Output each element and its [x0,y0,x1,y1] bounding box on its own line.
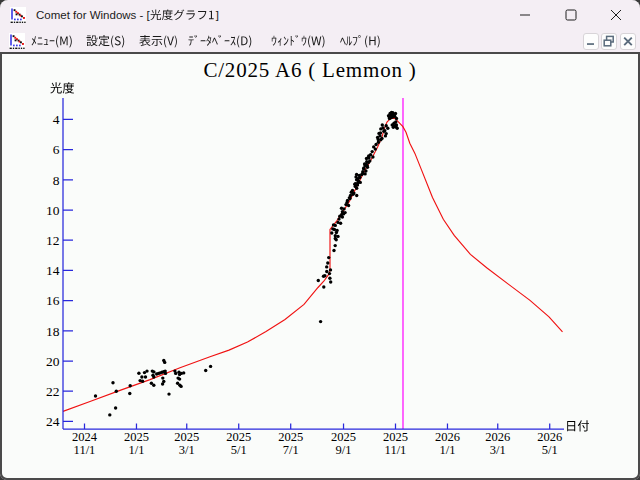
observation-point [129,384,132,387]
observation-point [367,156,370,159]
observation-point [140,375,143,378]
y-tick-label: 24 [46,414,60,429]
observation-point [347,204,350,207]
observation-point [322,285,325,288]
observation-point [167,392,170,395]
observation-point [339,222,342,225]
observation-point [381,123,384,126]
observation-point [108,413,111,416]
axis-tick-labels: 4681012141618202224202411/120251/120253/… [46,112,562,456]
observation-point [329,268,332,271]
observation-point [152,370,155,373]
observation-points [94,111,399,417]
observation-point [371,150,374,153]
observation-point [377,138,380,141]
y-tick-label: 22 [46,384,60,399]
light-curve-chart: 4681012141618202224202411/120251/120253/… [0,0,640,480]
x-tick-date: 1/1 [128,443,144,457]
observation-point [358,176,361,179]
observation-point [328,277,331,280]
observation-point [335,238,338,241]
x-tick-date: 5/1 [542,443,558,457]
observation-point [334,224,337,227]
observation-point [94,394,97,397]
observation-point [360,173,363,176]
observation-point [332,249,335,252]
y-tick-label: 18 [46,324,60,339]
observation-point [179,385,182,388]
observation-point [328,272,331,275]
y-tick-label: 8 [53,173,60,188]
observation-point [174,372,177,375]
observation-point [141,380,144,383]
observation-point [374,147,377,150]
observation-point [368,159,371,162]
y-tick-label: 20 [46,354,60,369]
y-tick-label: 4 [53,112,60,127]
x-tick-date: 3/1 [179,443,195,457]
observation-point [394,120,397,123]
observation-point [351,189,354,192]
observation-point [366,166,369,169]
y-axis-label [50,82,74,93]
y-tick-label: 12 [46,233,60,248]
x-tick-date: 11/1 [74,443,96,457]
observation-point [326,261,329,264]
observation-point [145,369,148,372]
observation-point [340,213,343,216]
observation-point [152,375,155,378]
observation-point [336,235,339,238]
axes [63,98,564,429]
observation-point [371,155,374,158]
observation-point [161,376,164,379]
observation-point [380,137,383,140]
observation-point [385,132,388,135]
observation-point [128,392,131,395]
observation-point [348,197,351,200]
observation-point [364,169,367,172]
x-tick-date: 5/1 [231,443,247,457]
observation-point [178,377,181,380]
observation-point [327,256,330,259]
observation-point [395,117,398,120]
app-window: 4681012141618202224202411/120251/120253/… [0,0,640,480]
observation-point [204,369,207,372]
chart-title: C/2025 A6 ( Lemmon ) [203,58,416,82]
x-tick-date: 9/1 [336,443,352,457]
observation-point [329,280,332,283]
model-curve [63,118,563,411]
observation-point [379,131,382,134]
observation-point [209,365,212,368]
observation-point [111,381,114,384]
observation-point [325,270,328,273]
observation-point [162,380,165,383]
observation-point [325,265,328,268]
observation-point [386,127,389,130]
y-tick-label: 16 [46,293,60,308]
observation-point [114,406,117,409]
x-tick-date: 3/1 [490,443,506,457]
observation-point [323,274,326,277]
x-tick-date: 11/1 [385,443,407,457]
observation-point [354,185,357,188]
observation-point [355,194,358,197]
observation-point [334,244,337,247]
y-tick-label: 14 [46,263,60,278]
x-axis-label [567,420,589,431]
observation-point [137,372,140,375]
observation-point [342,207,345,210]
observation-point [330,231,333,234]
observation-point [144,375,147,378]
observation-point [152,384,155,387]
observation-point [164,372,167,375]
observation-point [393,113,396,116]
x-tick-date: 7/1 [283,443,299,457]
observation-point [389,116,392,119]
observation-point [351,193,354,196]
observation-point [383,129,386,132]
observation-point [182,371,185,374]
x-tick-date: 1/1 [439,443,455,457]
observation-point [115,390,118,393]
y-tick-label: 6 [53,142,60,157]
observation-point [163,361,166,364]
